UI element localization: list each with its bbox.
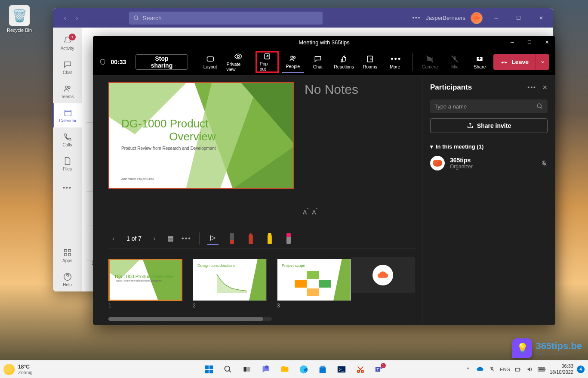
recycle-bin[interactable]: 🗑️ Recycle Bin (4, 5, 34, 33)
font-decrease-button[interactable]: Aˇ (312, 207, 317, 216)
camera-button[interactable]: Camera (419, 51, 441, 73)
more-button-toolbar[interactable]: ••• More (384, 51, 406, 73)
svg-line-41 (229, 370, 231, 372)
reactions-icon (340, 55, 348, 63)
participant-search-input[interactable]: Type a name (430, 99, 548, 113)
slide-more-button[interactable]: ••• (182, 235, 191, 242)
network-icon[interactable] (514, 365, 522, 374)
participants-more-button[interactable]: ••• (527, 84, 536, 91)
clock[interactable]: 06:33 18/10/2022 (550, 363, 573, 375)
next-slide-button[interactable]: › (149, 235, 160, 242)
rail-activity[interactable]: 1 Activity (53, 31, 82, 55)
thumb-num-2: 2 (193, 303, 267, 309)
search-input[interactable]: Search (129, 12, 323, 25)
svg-marker-29 (249, 259, 266, 301)
svg-rect-37 (209, 365, 212, 369)
meeting-minimize-button[interactable]: ─ (504, 36, 521, 49)
participant-row[interactable]: 365tips Organizer (430, 156, 548, 170)
thumbnail-3[interactable]: Project scope (277, 259, 351, 301)
share-button[interactable]: Share (468, 51, 491, 73)
font-increase-button[interactable]: Aˆ (303, 207, 308, 216)
nav-back-button[interactable]: ‹ (60, 13, 70, 23)
teams-app-button[interactable]: T1 (371, 361, 388, 378)
store-button[interactable] (314, 361, 331, 378)
meeting-timer: 00:33 (111, 59, 126, 65)
maximize-button[interactable]: ☐ (510, 12, 527, 25)
shield-icon[interactable] (99, 58, 107, 66)
weather-widget[interactable]: 18°C Zonnig (3, 364, 33, 375)
explorer-button[interactable] (277, 361, 293, 378)
people-button[interactable]: People (282, 51, 304, 73)
rail-files[interactable]: Files (53, 152, 82, 176)
pen-red-tool[interactable] (226, 232, 237, 245)
taskbar-search-button[interactable] (220, 361, 236, 378)
rail-calendar[interactable]: Calendar (53, 103, 82, 127)
cursor-tool[interactable]: ▷ (207, 232, 219, 245)
onedrive-icon[interactable] (476, 365, 484, 374)
share-invite-button[interactable]: Share invite (430, 118, 548, 133)
edge-button[interactable] (296, 361, 312, 378)
language-indicator[interactable]: ENG (500, 365, 510, 374)
stop-sharing-button[interactable]: Stop sharing (135, 54, 188, 70)
pop-out-button[interactable]: Pop out (256, 51, 279, 73)
participants-panel: Participants ••• ✕ Type a name Share inv… (422, 75, 555, 325)
search-icon (133, 15, 139, 21)
rail-chat[interactable]: Chat (53, 55, 82, 79)
recycle-bin-label: Recycle Bin (4, 28, 34, 33)
grid-view-button[interactable]: ▦ (167, 234, 174, 242)
chat-button[interactable]: Chat (307, 51, 329, 73)
meeting-close-button[interactable]: ✕ (538, 36, 555, 49)
leave-dropdown-button[interactable] (536, 54, 549, 70)
rooms-button[interactable]: Rooms (359, 51, 381, 73)
minimize-button[interactable]: ─ (488, 12, 505, 25)
eraser-tool[interactable] (283, 232, 294, 245)
recycle-bin-icon: 🗑️ (9, 5, 30, 26)
participants-close-button[interactable]: ✕ (542, 84, 548, 91)
thumbnail-scrollbar[interactable] (108, 317, 272, 321)
participant-name: 365tips (450, 157, 536, 164)
rail-help[interactable]: Help (53, 267, 82, 291)
participant-video-pip[interactable] (351, 257, 415, 293)
mic-muted-icon[interactable] (541, 160, 548, 167)
chat-app-button[interactable] (258, 361, 274, 378)
svg-rect-60 (539, 368, 544, 370)
notification-badge[interactable]: 4 (577, 366, 585, 373)
battery-icon[interactable] (538, 365, 546, 374)
thumbnail-2[interactable]: Design considerations (193, 259, 267, 301)
more-button[interactable]: ••• (413, 15, 421, 21)
rail-calls[interactable]: Calls (53, 127, 82, 152)
thumbnail-1[interactable]: DG-1000 Product Overview Product Review … (108, 259, 182, 301)
start-button[interactable] (201, 361, 217, 378)
tray-mic-icon[interactable] (488, 365, 496, 374)
prev-slide-button[interactable]: ‹ (108, 235, 119, 242)
section-in-meeting[interactable]: ▾ In this meeting (1) (430, 143, 548, 150)
meeting-title: Meeting with 365tips (299, 39, 350, 46)
watermark-sub: https://365tips.be/en (536, 352, 582, 356)
main-slide[interactable]: DG-1000 Product Overview Product Review … (108, 82, 294, 189)
nav-forward-button[interactable]: › (72, 13, 82, 23)
svg-point-2 (65, 86, 68, 88)
camera-off-icon (425, 55, 434, 63)
terminal-button[interactable]: >_ (333, 361, 350, 378)
temp-label: 18°C (18, 364, 33, 370)
reactions-button[interactable]: Reactions (332, 51, 356, 73)
mic-button[interactable]: Mic (443, 51, 466, 73)
volume-icon[interactable] (526, 365, 534, 374)
pen-red2-tool[interactable] (245, 232, 256, 245)
highlighter-tool[interactable] (264, 232, 275, 245)
pop-out-icon (263, 53, 271, 60)
user-avatar[interactable] (471, 12, 483, 24)
layout-button[interactable]: Layout (199, 51, 222, 73)
pip-avatar (373, 265, 393, 285)
tray-chevron-icon[interactable]: ^ (464, 365, 472, 374)
private-view-button[interactable]: Private view (224, 51, 253, 73)
meeting-maximize-button[interactable]: ☐ (521, 36, 538, 49)
svg-text:>_: >_ (339, 366, 344, 372)
rail-teams[interactable]: Teams (53, 79, 82, 103)
rail-apps[interactable]: Apps (53, 243, 82, 267)
snip-button[interactable] (352, 361, 369, 378)
rail-more[interactable]: ••• (53, 176, 82, 200)
close-button[interactable]: ✕ (533, 12, 550, 25)
task-view-button[interactable] (239, 361, 255, 378)
leave-button[interactable]: Leave (493, 54, 536, 70)
